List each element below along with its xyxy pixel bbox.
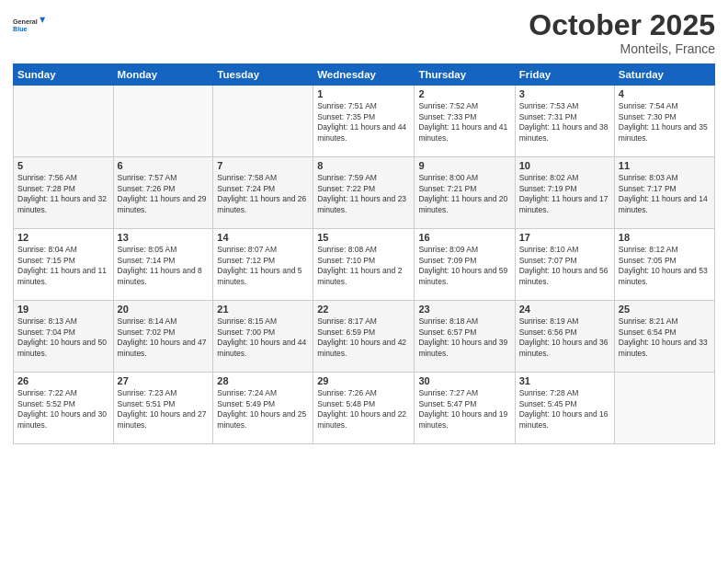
calendar-cell: 19Sunrise: 8:13 AM Sunset: 7:04 PM Dayli…	[14, 301, 114, 373]
calendar-table: Sunday Monday Tuesday Wednesday Thursday…	[13, 63, 715, 444]
day-number: 29	[317, 375, 410, 386]
calendar-cell: 4Sunrise: 7:54 AM Sunset: 7:30 PM Daylig…	[614, 86, 714, 157]
day-number: 2	[418, 88, 510, 99]
day-number: 23	[418, 304, 510, 315]
day-info: Sunrise: 8:04 AM Sunset: 7:15 PM Dayligh…	[17, 245, 109, 287]
day-number: 1	[317, 88, 410, 99]
svg-text:General: General	[13, 17, 38, 26]
day-number: 19	[17, 304, 109, 315]
calendar-cell: 21Sunrise: 8:15 AM Sunset: 7:00 PM Dayli…	[213, 301, 313, 373]
day-number: 6	[118, 160, 210, 171]
calendar-cell: 30Sunrise: 7:27 AM Sunset: 5:47 PM Dayli…	[415, 373, 515, 444]
header-friday: Friday	[515, 64, 614, 86]
day-number: 5	[17, 160, 109, 171]
day-number: 11	[619, 160, 711, 171]
svg-marker-2	[40, 17, 45, 23]
logo: GeneralBlue	[13, 9, 46, 42]
calendar-header-row: Sunday Monday Tuesday Wednesday Thursday…	[14, 64, 715, 86]
calendar-cell: 6Sunrise: 7:57 AM Sunset: 7:26 PM Daylig…	[113, 157, 213, 229]
title-block: October 2025 Monteils, France	[529, 9, 715, 56]
day-number: 27	[118, 375, 210, 386]
week-row-3: 12Sunrise: 8:04 AM Sunset: 7:15 PM Dayli…	[14, 229, 715, 301]
calendar-cell	[614, 373, 714, 444]
day-info: Sunrise: 7:23 AM Sunset: 5:51 PM Dayligh…	[118, 388, 210, 431]
calendar-cell: 14Sunrise: 8:07 AM Sunset: 7:12 PM Dayli…	[213, 229, 313, 301]
page-header: GeneralBlue October 2025 Monteils, Franc…	[13, 9, 715, 56]
header-tuesday: Tuesday	[213, 64, 313, 86]
day-info: Sunrise: 8:09 AM Sunset: 7:09 PM Dayligh…	[418, 245, 510, 287]
day-number: 28	[217, 375, 309, 386]
day-number: 10	[519, 160, 610, 171]
month-title: October 2025	[529, 9, 715, 41]
calendar-cell: 26Sunrise: 7:22 AM Sunset: 5:52 PM Dayli…	[14, 373, 114, 444]
day-info: Sunrise: 7:24 AM Sunset: 5:49 PM Dayligh…	[217, 388, 309, 431]
calendar-cell: 1Sunrise: 7:51 AM Sunset: 7:35 PM Daylig…	[313, 86, 415, 157]
day-number: 25	[619, 304, 711, 315]
calendar-cell: 23Sunrise: 8:18 AM Sunset: 6:57 PM Dayli…	[415, 301, 515, 373]
day-info: Sunrise: 7:57 AM Sunset: 7:26 PM Dayligh…	[118, 173, 210, 215]
location: Monteils, France	[529, 41, 715, 56]
day-info: Sunrise: 8:17 AM Sunset: 6:59 PM Dayligh…	[317, 316, 410, 359]
calendar-cell: 2Sunrise: 7:52 AM Sunset: 7:33 PM Daylig…	[415, 86, 515, 157]
day-info: Sunrise: 7:22 AM Sunset: 5:52 PM Dayligh…	[17, 388, 109, 431]
logo-icon: GeneralBlue	[13, 9, 46, 42]
day-info: Sunrise: 7:26 AM Sunset: 5:48 PM Dayligh…	[317, 388, 410, 431]
day-info: Sunrise: 8:15 AM Sunset: 7:00 PM Dayligh…	[217, 316, 309, 359]
day-number: 12	[17, 232, 109, 243]
calendar-cell: 27Sunrise: 7:23 AM Sunset: 5:51 PM Dayli…	[113, 373, 213, 444]
calendar-cell: 16Sunrise: 8:09 AM Sunset: 7:09 PM Dayli…	[415, 229, 515, 301]
day-info: Sunrise: 8:18 AM Sunset: 6:57 PM Dayligh…	[418, 316, 510, 359]
week-row-1: 1Sunrise: 7:51 AM Sunset: 7:35 PM Daylig…	[14, 86, 715, 157]
day-number: 21	[217, 304, 309, 315]
day-number: 18	[619, 232, 711, 243]
header-monday: Monday	[113, 64, 213, 86]
day-number: 7	[217, 160, 309, 171]
day-number: 3	[519, 88, 610, 99]
day-number: 8	[317, 160, 410, 171]
svg-text:Blue: Blue	[13, 25, 28, 33]
day-info: Sunrise: 8:21 AM Sunset: 6:54 PM Dayligh…	[619, 316, 711, 359]
calendar-cell: 11Sunrise: 8:03 AM Sunset: 7:17 PM Dayli…	[614, 157, 714, 229]
day-number: 30	[418, 375, 510, 386]
calendar-cell: 17Sunrise: 8:10 AM Sunset: 7:07 PM Dayli…	[515, 229, 614, 301]
calendar-cell: 28Sunrise: 7:24 AM Sunset: 5:49 PM Dayli…	[213, 373, 313, 444]
day-info: Sunrise: 8:19 AM Sunset: 6:56 PM Dayligh…	[519, 316, 610, 359]
day-info: Sunrise: 8:14 AM Sunset: 7:02 PM Dayligh…	[118, 316, 210, 359]
day-number: 13	[118, 232, 210, 243]
day-number: 15	[317, 232, 410, 243]
calendar-cell: 8Sunrise: 7:59 AM Sunset: 7:22 PM Daylig…	[313, 157, 415, 229]
calendar-cell: 31Sunrise: 7:28 AM Sunset: 5:45 PM Dayli…	[515, 373, 614, 444]
day-info: Sunrise: 7:59 AM Sunset: 7:22 PM Dayligh…	[317, 173, 410, 215]
day-info: Sunrise: 8:08 AM Sunset: 7:10 PM Dayligh…	[317, 245, 410, 287]
day-info: Sunrise: 7:53 AM Sunset: 7:31 PM Dayligh…	[519, 101, 610, 144]
calendar-cell	[14, 86, 114, 157]
calendar-cell: 3Sunrise: 7:53 AM Sunset: 7:31 PM Daylig…	[515, 86, 614, 157]
day-number: 20	[118, 304, 210, 315]
calendar-cell: 13Sunrise: 8:05 AM Sunset: 7:14 PM Dayli…	[113, 229, 213, 301]
day-info: Sunrise: 8:00 AM Sunset: 7:21 PM Dayligh…	[418, 173, 510, 215]
day-info: Sunrise: 8:12 AM Sunset: 7:05 PM Dayligh…	[619, 245, 711, 287]
calendar-cell	[113, 86, 213, 157]
calendar-cell: 10Sunrise: 8:02 AM Sunset: 7:19 PM Dayli…	[515, 157, 614, 229]
day-info: Sunrise: 7:52 AM Sunset: 7:33 PM Dayligh…	[418, 101, 510, 144]
header-sunday: Sunday	[14, 64, 114, 86]
day-number: 4	[619, 88, 711, 99]
day-number: 24	[519, 304, 610, 315]
day-info: Sunrise: 7:28 AM Sunset: 5:45 PM Dayligh…	[519, 388, 610, 431]
day-number: 22	[317, 304, 410, 315]
day-info: Sunrise: 7:27 AM Sunset: 5:47 PM Dayligh…	[418, 388, 510, 431]
week-row-4: 19Sunrise: 8:13 AM Sunset: 7:04 PM Dayli…	[14, 301, 715, 373]
day-number: 26	[17, 375, 109, 386]
calendar-cell: 9Sunrise: 8:00 AM Sunset: 7:21 PM Daylig…	[415, 157, 515, 229]
calendar-cell: 18Sunrise: 8:12 AM Sunset: 7:05 PM Dayli…	[614, 229, 714, 301]
week-row-2: 5Sunrise: 7:56 AM Sunset: 7:28 PM Daylig…	[14, 157, 715, 229]
calendar-cell: 25Sunrise: 8:21 AM Sunset: 6:54 PM Dayli…	[614, 301, 714, 373]
calendar-cell	[213, 86, 313, 157]
day-info: Sunrise: 8:02 AM Sunset: 7:19 PM Dayligh…	[519, 173, 610, 215]
header-saturday: Saturday	[614, 64, 714, 86]
header-thursday: Thursday	[415, 64, 515, 86]
calendar-cell: 22Sunrise: 8:17 AM Sunset: 6:59 PM Dayli…	[313, 301, 415, 373]
day-number: 9	[418, 160, 510, 171]
week-row-5: 26Sunrise: 7:22 AM Sunset: 5:52 PM Dayli…	[14, 373, 715, 444]
day-info: Sunrise: 7:51 AM Sunset: 7:35 PM Dayligh…	[317, 101, 410, 144]
